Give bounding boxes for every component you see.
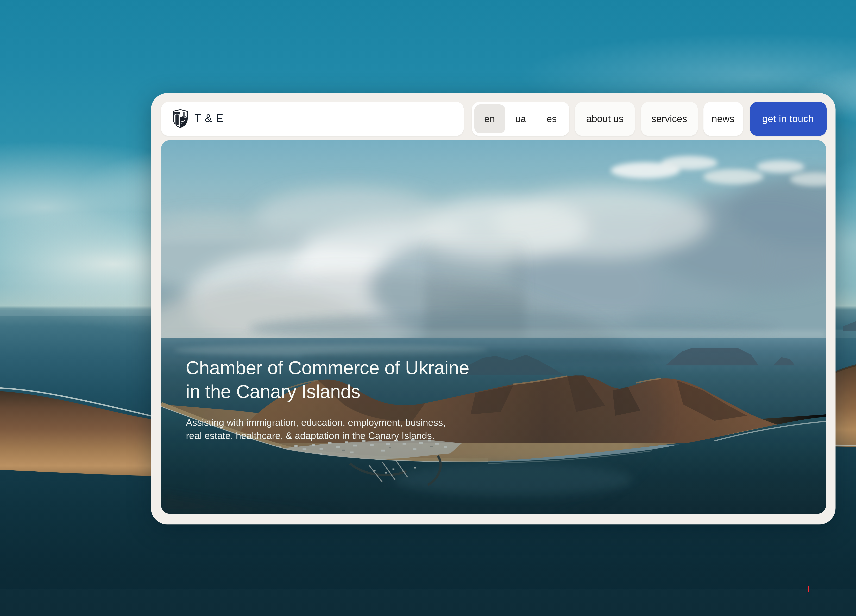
main-card: T & E en ua es about us services news ge…	[151, 93, 836, 524]
logo-text: T & E	[194, 112, 224, 125]
logo-pill[interactable]: T & E	[161, 102, 464, 135]
lang-option-es[interactable]: es	[536, 104, 567, 133]
get-in-touch-button[interactable]: get in touch	[750, 102, 827, 135]
language-switcher: en ua es	[472, 102, 570, 135]
nav-item-news[interactable]: news	[704, 102, 743, 135]
lang-option-ua[interactable]: ua	[505, 104, 536, 133]
text-cursor-artifact	[808, 586, 809, 591]
logo-shield-icon	[172, 109, 189, 129]
hero-image: Chamber of Commerce of Ukrainein the Can…	[161, 140, 826, 514]
nav-item-about-us[interactable]: about us	[575, 102, 635, 135]
lang-option-en[interactable]: en	[474, 104, 505, 133]
hero-landscape-art	[161, 140, 826, 514]
nav-item-services[interactable]: services	[641, 102, 698, 135]
